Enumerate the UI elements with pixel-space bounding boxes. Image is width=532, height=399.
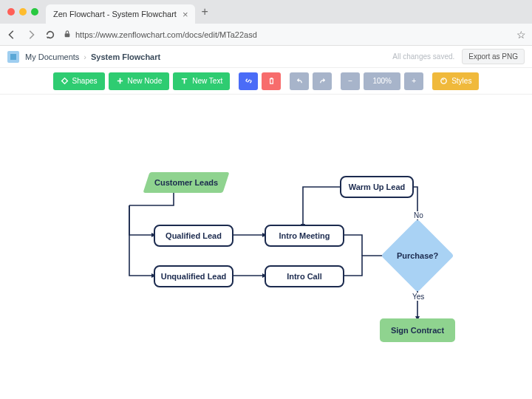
new-text-button[interactable]: New Text (173, 72, 230, 90)
minus-icon: − (348, 77, 352, 85)
svg-marker-4 (323, 78, 325, 83)
node-qualified-lead[interactable]: Qualified Lead (154, 225, 233, 247)
zoom-display[interactable]: 100% (364, 72, 400, 90)
minimize-window-icon[interactable] (19, 8, 27, 16)
url-field[interactable]: https://www.zenflowchart.com/docs/edit/M… (64, 30, 509, 39)
node-intro-call[interactable]: Intro Call (265, 265, 344, 287)
undo-button[interactable] (290, 72, 309, 90)
close-tab-icon[interactable]: × (183, 9, 188, 20)
node-customer-leads[interactable]: Customer Leads (143, 172, 229, 193)
redo-icon (318, 77, 327, 85)
node-unqualified-lead[interactable]: Unqualified Lead (154, 265, 233, 287)
redo-button[interactable] (313, 72, 332, 90)
breadcrumb-separator: › (83, 52, 86, 61)
svg-point-6 (443, 79, 444, 81)
bookmark-icon[interactable]: ☆ (516, 29, 526, 41)
new-node-button[interactable]: New Node (109, 72, 170, 90)
connectors (0, 95, 532, 399)
zoom-in-button[interactable]: + (404, 72, 423, 90)
link-icon (245, 77, 253, 85)
shapes-button[interactable]: Shapes (53, 72, 105, 90)
node-intro-meeting[interactable]: Intro Meeting (265, 225, 344, 247)
svg-point-5 (441, 78, 446, 83)
reload-button[interactable] (44, 29, 56, 41)
svg-rect-1 (65, 33, 70, 37)
svg-marker-3 (297, 78, 299, 83)
edge-label-yes: Yes (411, 293, 426, 301)
node-warm-up-lead[interactable]: Warm Up Lead (340, 176, 414, 198)
styles-button[interactable]: Styles (432, 72, 479, 90)
close-window-icon[interactable] (7, 8, 15, 16)
flowchart-canvas[interactable]: Customer Leads Qualified Lead Unqualifie… (0, 95, 532, 399)
svg-rect-2 (61, 78, 67, 84)
window-controls (7, 8, 38, 16)
zoom-out-button[interactable]: − (341, 72, 360, 90)
text-icon (180, 77, 188, 85)
browser-addressbar: https://www.zenflowchart.com/docs/edit/M… (0, 24, 532, 46)
app-header: My Documents › System Flowchart All chan… (0, 46, 532, 68)
export-button[interactable]: Export as PNG (462, 49, 525, 64)
back-button[interactable] (6, 29, 18, 41)
app-logo-icon[interactable] (7, 51, 19, 63)
plus-icon: + (412, 77, 416, 85)
breadcrumb-root[interactable]: My Documents (25, 52, 79, 61)
browser-tabbar: Zen Flowchart - System Flowchart × + (0, 0, 532, 24)
delete-button[interactable] (262, 72, 281, 90)
undo-icon (296, 77, 304, 85)
lock-icon (64, 30, 71, 39)
trash-icon (267, 77, 276, 85)
edge-label-no: No (412, 211, 425, 219)
toolbar: Shapes New Node New Text − 100% (0, 68, 532, 95)
new-tab-button[interactable]: + (201, 5, 208, 18)
plus-icon (116, 77, 124, 85)
maximize-window-icon[interactable] (31, 8, 38, 16)
node-sign-contract[interactable]: Sign Contract (380, 318, 455, 342)
palette-icon (440, 77, 448, 85)
node-purchase-decision[interactable]: Purchase? (392, 230, 443, 282)
save-status: All changes saved. (392, 52, 454, 61)
forward-button[interactable] (25, 29, 37, 41)
breadcrumb-current[interactable]: System Flowchart (91, 52, 160, 61)
diamond-icon (61, 77, 69, 85)
link-button[interactable] (239, 72, 258, 90)
url-text: https://www.zenflowchart.com/docs/edit/M… (75, 30, 257, 39)
browser-tab[interactable]: Zen Flowchart - System Flowchart × (46, 4, 195, 24)
tab-title: Zen Flowchart - System Flowchart (53, 10, 177, 18)
